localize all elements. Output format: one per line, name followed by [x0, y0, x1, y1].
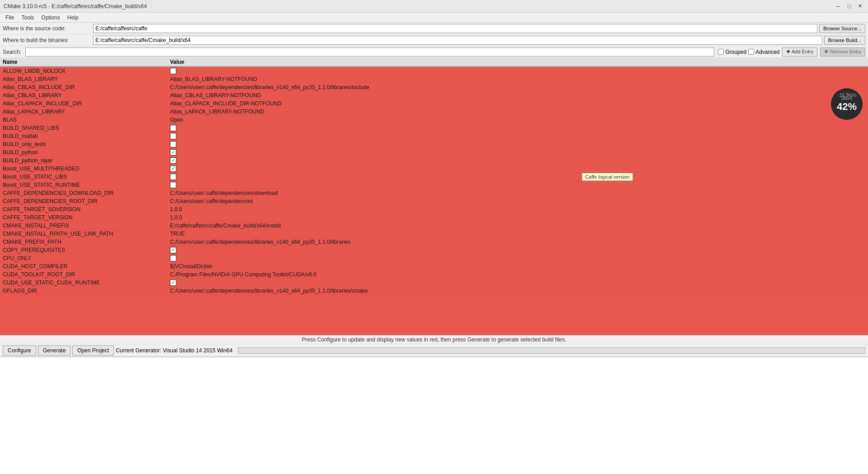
- row-name: CAFFE_DEPENDENCIES_DOWNLOAD_DIR: [3, 190, 170, 196]
- remove-entry-button[interactable]: ✖ Remove Entry: [820, 47, 865, 57]
- row-checkbox[interactable]: [170, 255, 176, 261]
- row-checkbox[interactable]: [170, 247, 176, 253]
- row-name: BUILD_only_tests: [3, 141, 170, 147]
- maximize-button[interactable]: □: [844, 2, 854, 11]
- table-row[interactable]: COPY_PREREQUISITES: [0, 246, 868, 254]
- menu-options[interactable]: Options: [38, 14, 63, 22]
- row-name: BUILD_python: [3, 149, 170, 156]
- advanced-label[interactable]: Advanced: [748, 49, 779, 55]
- table-row[interactable]: Boost_USE_STATIC_LIBS: [0, 173, 868, 181]
- configure-button[interactable]: Configure: [3, 346, 36, 356]
- table-row[interactable]: CAFFE_TARGET_SOVERSION1.0.0: [0, 205, 868, 213]
- table-row[interactable]: CUDA_TOOLKIT_ROOT_DIRC:/Program Files/NV…: [0, 270, 868, 279]
- table-row[interactable]: CPU_ONLY: [0, 254, 868, 262]
- row-checkbox[interactable]: [170, 280, 176, 286]
- row-value: [170, 125, 865, 131]
- network-speed-up: ↑16.3kb/s: [837, 93, 857, 98]
- add-entry-button[interactable]: ✚ Add Entry: [782, 47, 817, 57]
- table-body[interactable]: ALLOW_LMDB_NOLOCKAtlas_BLAS_LIBRARYAtlas…: [0, 67, 868, 335]
- row-name: CMAKE_PREFIX_PATH: [3, 239, 170, 245]
- table-row[interactable]: CMAKE_PREFIX_PATHC:/Users/user/.caffe/de…: [0, 238, 868, 246]
- table-row[interactable]: Atlas_LAPACK_LIBRARYAtlas_LAPACK_LIBRARY…: [0, 108, 868, 116]
- row-name: CUDA_HOST_COMPILER: [3, 263, 170, 270]
- network-percent: 42%: [837, 101, 857, 113]
- grouped-checkbox-group: Grouped Advanced: [718, 49, 779, 55]
- table-row[interactable]: GFLAGS_DIRC:/Users/user/.caffe/dependenc…: [0, 287, 868, 295]
- table-row[interactable]: Atlas_CBLAS_INCLUDE_DIRC:/Users/user/.ca…: [0, 83, 868, 91]
- menu-file[interactable]: File: [2, 14, 18, 22]
- table-row[interactable]: CUDA_HOST_COMPILER$(VCInstallDir)bin: [0, 262, 868, 270]
- row-checkbox[interactable]: [170, 157, 176, 164]
- row-value: [170, 255, 865, 261]
- table-row[interactable]: Atlas_CLAPACK_INCLUDE_DIRAtlas_CLAPACK_I…: [0, 100, 868, 108]
- open-project-button[interactable]: Open Project: [72, 346, 114, 356]
- row-name: CMAKE_INSTALL_PREFIX: [3, 223, 170, 229]
- row-value: 1.0.0: [170, 206, 865, 213]
- table-row[interactable]: CMAKE_INSTALL_RPATH_USE_LINK_PATHTRUE: [0, 230, 868, 238]
- advanced-checkbox[interactable]: [748, 49, 754, 55]
- row-value: [170, 182, 865, 188]
- row-value: [170, 247, 865, 253]
- output-area[interactable]: [0, 356, 868, 474]
- table-row[interactable]: BUILD_python_layer: [0, 156, 868, 165]
- row-checkbox[interactable]: [170, 182, 176, 188]
- menu-tools[interactable]: Tools: [18, 14, 38, 22]
- row-value: Atlas_BLAS_LIBRARY-NOTFOUND: [170, 76, 865, 82]
- row-value: [170, 133, 865, 139]
- table-row[interactable]: Boost_USE_STATIC_RUNTIME: [0, 181, 868, 189]
- browse-build-button[interactable]: Browse Build...: [824, 36, 865, 45]
- search-input[interactable]: [25, 47, 714, 57]
- row-name: BUILD_matlab: [3, 133, 170, 139]
- table-row[interactable]: BUILD_python: [0, 148, 868, 156]
- row-name: ALLOW_LMDB_NOLOCK: [3, 68, 170, 74]
- source-row: Where is the source code: Browse Source.…: [0, 23, 868, 34]
- table-row[interactable]: CAFFE_DEPENDENCIES_DOWNLOAD_DIRC:/Users/…: [0, 189, 868, 197]
- table-row[interactable]: Atlas_BLAS_LIBRARYAtlas_BLAS_LIBRARY-NOT…: [0, 75, 868, 83]
- table-row[interactable]: Atlas_CBLAS_LIBRARYAtlas_CBLAS_LIBRARY-N…: [0, 91, 868, 100]
- row-checkbox[interactable]: [170, 141, 176, 147]
- row-name: Boost_USE_STATIC_RUNTIME: [3, 182, 170, 188]
- table-row[interactable]: BUILD_SHARED_LIBS: [0, 124, 868, 132]
- network-widget: ↑16.3kb/s 0kb/s 42%: [831, 88, 863, 120]
- row-checkbox[interactable]: [170, 68, 176, 74]
- table-row[interactable]: CAFFE_DEPENDENCIES_ROOT_DIRC:/Users/user…: [0, 197, 868, 205]
- row-value: TRUE: [170, 231, 865, 237]
- row-name: CMAKE_INSTALL_RPATH_USE_LINK_PATH: [3, 231, 170, 237]
- table-row[interactable]: BUILD_matlab: [0, 132, 868, 140]
- row-name: Boost_USE_STATIC_LIBS: [3, 174, 170, 180]
- row-value: [170, 280, 865, 286]
- menu-help[interactable]: Help: [64, 14, 82, 22]
- table-row[interactable]: ALLOW_LMDB_NOLOCK: [0, 67, 868, 75]
- row-name: BUILD_SHARED_LIBS: [3, 125, 170, 131]
- col-value-header: Value: [170, 59, 865, 65]
- generate-button[interactable]: Generate: [38, 346, 71, 356]
- row-value: 1.0.0: [170, 214, 865, 221]
- row-name: BLAS: [3, 117, 170, 123]
- bottom-controls: Configure Generate Open Project Current …: [0, 344, 868, 356]
- table-header: Name Value: [0, 58, 868, 67]
- row-checkbox[interactable]: [170, 125, 176, 131]
- build-input[interactable]: [93, 36, 822, 45]
- title-text: CMake 3.10.0-rc5 - E:/caffe/caffesrc/caf…: [4, 3, 147, 9]
- row-name: CUDA_USE_STATIC_CUDA_RUNTIME: [3, 280, 170, 286]
- table-row[interactable]: BUILD_only_tests: [0, 140, 868, 148]
- source-input[interactable]: [93, 24, 817, 33]
- row-value: Open: [170, 117, 865, 123]
- table-row[interactable]: BLASOpen: [0, 116, 868, 124]
- table-row[interactable]: CAFFE_TARGET_VERSION1.0.0: [0, 213, 868, 222]
- table-row[interactable]: Boost_USE_MULTITHREADED: [0, 165, 868, 173]
- browse-source-button[interactable]: Browse Source...: [819, 24, 865, 33]
- grouped-label[interactable]: Grouped: [718, 49, 746, 55]
- table-row[interactable]: CUDA_USE_STATIC_CUDA_RUNTIME: [0, 279, 868, 287]
- row-name: Boost_USE_MULTITHREADED: [3, 166, 170, 172]
- row-checkbox[interactable]: [170, 149, 176, 156]
- minimize-button[interactable]: ─: [834, 2, 843, 11]
- row-value: C:/Users/user/.caffe/dependencies/librar…: [170, 288, 865, 294]
- close-button[interactable]: ✕: [855, 2, 864, 11]
- row-checkbox[interactable]: [170, 166, 176, 172]
- grouped-checkbox[interactable]: [718, 49, 724, 55]
- row-checkbox[interactable]: [170, 174, 176, 180]
- row-checkbox[interactable]: [170, 133, 176, 139]
- progress-bar: [238, 347, 865, 354]
- table-row[interactable]: CMAKE_INSTALL_PREFIXE:/caffe/caffesrc/ca…: [0, 222, 868, 230]
